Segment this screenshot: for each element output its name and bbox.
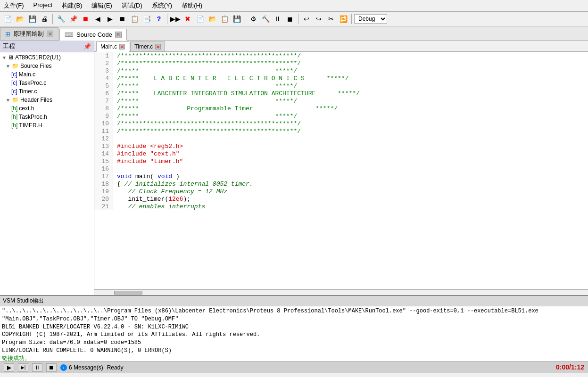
schematic-icon: ⊞ [5, 31, 10, 38]
tree-cext-h[interactable]: [h] cext.h [0, 104, 94, 113]
pause-button[interactable]: ⏸ [32, 363, 42, 372]
toolbar-new[interactable]: 📄 [2, 13, 13, 25]
toolbar-redo[interactable]: ↪ [313, 13, 324, 25]
tab-source-code-close[interactable]: ✕ [115, 32, 122, 38]
tree-header-files[interactable]: ▼ 📁 Header Files [0, 96, 94, 104]
source-files-label: Source Files [20, 63, 52, 69]
code-line-21: 21 // enables interrupts [94, 203, 588, 210]
toolbar-forward[interactable]: ▶▶ [170, 13, 181, 25]
timer-c-icon: [c] [11, 88, 17, 95]
cext-h-label: cext.h [19, 105, 34, 112]
toolbar-refresh[interactable]: 🔁 [338, 13, 349, 25]
toolbar-open2[interactable]: 📂 [207, 13, 218, 25]
toolbar-gear[interactable]: ⚙ [248, 13, 259, 25]
time-display: 0:00/1:12 [556, 363, 584, 371]
message-info: i 6 Message(s) [60, 364, 103, 371]
code-line-14: 14 #include "cext.h" [94, 150, 588, 157]
toolbar-save2[interactable]: 💾 [231, 13, 242, 25]
tree-root[interactable]: ▼ 🖥 AT89C51RD2(U1) [0, 53, 94, 62]
main-layout: 工程 📌 ▼ 🖥 AT89C51RD2(U1) ▼ 📁 Source Files… [0, 41, 588, 295]
toolbar-build[interactable]: 🔧 [55, 13, 66, 25]
code-line-13: 13 #include <reg52.h> [94, 142, 588, 150]
line-code-10: /***************************************… [113, 120, 588, 127]
toolbar-cancel[interactable]: ✖ [182, 13, 193, 25]
header-files-label: Header Files [20, 97, 52, 103]
line-code-14: #include "cext.h" [113, 150, 588, 157]
line-code-17: void main( void ) [113, 172, 588, 180]
tree-view: ▼ 🖥 AT89C51RD2(U1) ▼ 📁 Source Files [c] … [0, 52, 94, 295]
menu-edit[interactable]: 编辑(E) [90, 1, 114, 10]
line-code-6: /***** LABCENTER INTEGRATED SIMULATION A… [113, 90, 588, 97]
line-num-3: 3 [94, 67, 113, 74]
sub-tab-main-c[interactable]: Main.c ✕ [96, 41, 129, 52]
sep1 [52, 14, 53, 24]
line-num-20: 20 [94, 195, 113, 203]
menu-file[interactable]: 文件(F) [2, 1, 26, 10]
toolbar-run[interactable]: ▶ [104, 13, 116, 25]
toolbar-pause[interactable]: ⏸ [272, 13, 283, 25]
panel-pin-icon[interactable]: 📌 [83, 43, 91, 50]
output-content: "..\..\..\..\..\..\..\..\..\..\Program F… [0, 306, 588, 361]
code-line-4: 4 /***** L A B C E N T E R E L E C T R O… [94, 74, 588, 82]
toolbar-print[interactable]: 🖨 [39, 13, 50, 25]
source-files-arrow: ▼ [6, 64, 10, 69]
panel-header: 工程 📌 [0, 41, 94, 52]
code-line-7: 7 /***** *****/ [94, 97, 588, 105]
taskproc-c-icon: [c] [11, 80, 17, 86]
output-line-1: "..\..\..\..\..\..\..\..\..\..\Program F… [2, 307, 586, 323]
code-editor[interactable]: 1 /*************************************… [94, 52, 588, 289]
main-c-label: Main.c [19, 71, 35, 78]
menu-system[interactable]: 系统(Y) [150, 1, 174, 10]
line-code-18: { // initializes internal 8052 timer. [113, 180, 588, 188]
menu-project[interactable]: Project [32, 1, 54, 10]
toolbar-new2[interactable]: 📄 [194, 13, 206, 25]
tree-timer-h[interactable]: [h] TIMER.H [0, 121, 94, 130]
panel-title: 工程 [3, 42, 15, 50]
toolbar-stop2[interactable]: ◼ [284, 13, 296, 25]
toolbar-cut[interactable]: ✂ [325, 13, 337, 25]
horizontal-scrollbar[interactable] [94, 289, 588, 295]
tree-source-files[interactable]: ▼ 📁 Source Files [0, 62, 94, 70]
toolbar-ref[interactable]: 📌 [67, 13, 79, 25]
toolbar-stop-build[interactable]: ⏹ [80, 13, 91, 25]
menu-help[interactable]: 帮助(H) [180, 1, 204, 10]
tree-taskproc-c[interactable]: [c] TaskProc.c [0, 79, 94, 87]
sub-tab-timer-c-close[interactable]: ✕ [155, 44, 161, 49]
tab-source-code[interactable]: ⌨ Source Code ✕ [59, 29, 127, 41]
code-line-1: 1 /*************************************… [94, 52, 588, 59]
taskproc-h-icon: [h] [11, 114, 17, 120]
toolbar-help[interactable]: ? [153, 13, 165, 25]
toolbar-undo[interactable]: ↩ [301, 13, 312, 25]
menu-build[interactable]: 构建(B) [60, 1, 84, 10]
line-code-7: /***** *****/ [113, 97, 588, 105]
toolbar-paste[interactable]: 📑 [141, 13, 152, 25]
menu-debug[interactable]: 调试(D) [120, 1, 144, 10]
toolbar-copy[interactable]: 📋 [129, 13, 140, 25]
toolbar-prev[interactable]: ◀ [92, 13, 103, 25]
taskproc-h-label: TaskProc.h [19, 114, 47, 120]
tree-taskproc-h[interactable]: [h] TaskProc.h [0, 113, 94, 121]
toolbar-open[interactable]: 📂 [14, 13, 25, 25]
toolbar-clip[interactable]: 📋 [219, 13, 230, 25]
line-num-15: 15 [94, 157, 113, 165]
toolbar-save[interactable]: 💾 [26, 13, 38, 25]
sub-tab-timer-c-label: Timer.c [134, 43, 153, 50]
scroll-thumb[interactable] [114, 291, 142, 295]
stop-button[interactable]: ⏹ [46, 363, 57, 372]
tab-schematic[interactable]: ⊞ 原理图绘制 ✕ [0, 27, 58, 40]
output-text-1: "..\..\..\..\..\..\..\..\..\..\Program F… [2, 308, 538, 322]
sep2 [167, 14, 167, 24]
sub-tab-timer-c[interactable]: Timer.c ✕ [130, 41, 165, 51]
tree-timer-c[interactable]: [c] Timer.c [0, 87, 94, 96]
line-num-7: 7 [94, 97, 113, 105]
step-button[interactable]: ▶| [18, 363, 28, 372]
root-arrow: ▼ [2, 55, 7, 60]
line-code-11: /***************************************… [113, 127, 588, 135]
tree-main-c[interactable]: [c] Main.c [0, 70, 94, 79]
tab-schematic-close[interactable]: ✕ [47, 31, 53, 37]
toolbar-stop[interactable]: ⏹ [116, 13, 128, 25]
play-button[interactable]: ▶ [4, 363, 14, 372]
sub-tab-main-c-close[interactable]: ✕ [119, 44, 125, 49]
toolbar-hammer[interactable]: 🔨 [260, 13, 271, 25]
debug-select[interactable]: Debug [354, 14, 387, 24]
